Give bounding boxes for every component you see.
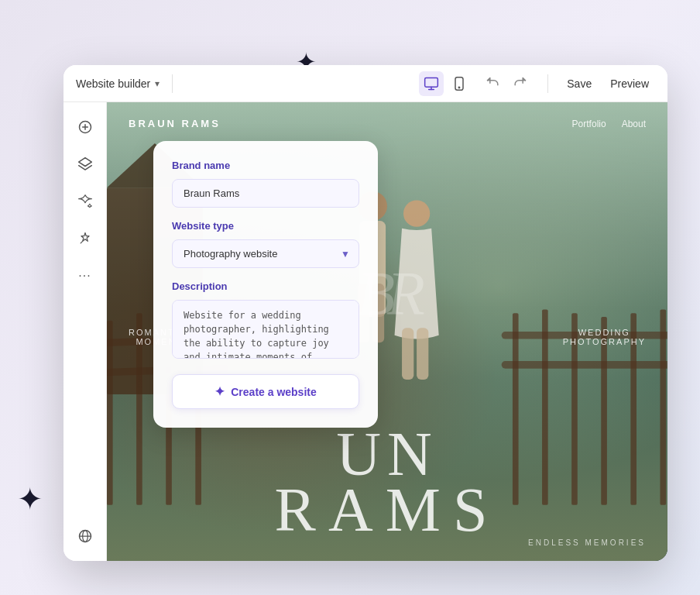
monitor-icon — [424, 76, 439, 91]
builder-window: Website builder ▾ — [63, 65, 667, 561]
toolbar-brand-area: Website builder ▾ — [76, 77, 160, 90]
preview-button[interactable]: Preview — [604, 74, 655, 93]
sidebar-layers-icon[interactable] — [70, 149, 101, 180]
description-textarea[interactable]: Website for a wedding photographer, high… — [172, 300, 359, 359]
svg-point-32 — [403, 200, 430, 226]
create-website-button[interactable]: ✦ Create a website — [172, 374, 359, 409]
site-brand-name: BRAUN RAMS — [129, 118, 221, 129]
website-type-label: Website type — [172, 220, 359, 232]
save-button[interactable]: Save — [561, 74, 598, 93]
canvas: BRAUN RAMS Portfolio About ROMANTIC & MO… — [107, 102, 667, 561]
hero-large-text: UN RAMS — [107, 426, 667, 538]
sidebar-add-icon[interactable] — [70, 112, 101, 143]
desktop-view-button[interactable] — [419, 71, 444, 96]
undo-redo-group — [481, 71, 532, 96]
sidebar-magic-icon[interactable] — [70, 223, 101, 254]
hero-line1-right: WEDDING — [563, 328, 646, 337]
website-type-wrapper: Photography website Portfolio Business B… — [172, 239, 359, 268]
star-decoration-bottom-left: ✦ — [17, 483, 43, 514]
svg-point-4 — [458, 87, 460, 88]
site-navigation: BRAUN RAMS Portfolio About — [107, 102, 667, 145]
svg-line-9 — [81, 241, 83, 243]
toolbar-divider — [172, 74, 173, 93]
description-label: Description — [172, 280, 359, 292]
site-nav-about[interactable]: About — [622, 119, 646, 129]
brand-name-label: Brand name — [172, 160, 359, 171]
redo-icon — [512, 76, 527, 91]
sidebar-publish-icon[interactable] — [70, 521, 101, 552]
toolbar: Website builder ▾ — [63, 65, 667, 102]
sidebar-more-icon[interactable]: ··· — [70, 260, 101, 291]
create-btn-icon: ✦ — [214, 384, 225, 399]
mobile-view-button[interactable] — [447, 71, 472, 96]
sidebar: ··· — [63, 102, 107, 561]
sidebar-ai-icon[interactable] — [70, 186, 101, 217]
toolbar-chevron-icon[interactable]: ▾ — [155, 78, 160, 89]
form-panel: Brand name Website type Photography webs… — [153, 141, 378, 428]
site-nav-links: Portfolio About — [572, 119, 646, 129]
svg-rect-33 — [402, 328, 413, 380]
hero-text-right: WEDDING PHOTOGRAPHY — [563, 328, 646, 346]
undo-button[interactable] — [481, 71, 506, 96]
site-nav-portfolio[interactable]: Portfolio — [572, 119, 606, 129]
svg-marker-8 — [78, 158, 91, 167]
website-type-select[interactable]: Photography website Portfolio Business B… — [172, 239, 359, 268]
toolbar-brand-label: Website builder — [76, 77, 150, 90]
hero-text-rams: RAMS — [107, 482, 667, 538]
create-btn-label: Create a website — [231, 386, 317, 398]
hero-line2-right: PHOTOGRAPHY — [563, 337, 646, 346]
svg-rect-0 — [425, 77, 438, 87]
mobile-icon — [451, 76, 467, 91]
undo-icon — [486, 76, 501, 91]
redo-button[interactable] — [507, 71, 532, 96]
main-area: ··· — [63, 102, 667, 561]
hero-text-un: UN — [107, 426, 667, 482]
hero-endless-text: ENDLESS MEMORIES — [528, 538, 646, 547]
toolbar-view-icons — [419, 71, 472, 96]
toolbar-divider-2 — [547, 74, 548, 93]
svg-rect-34 — [417, 328, 428, 380]
brand-name-input[interactable] — [172, 179, 359, 208]
